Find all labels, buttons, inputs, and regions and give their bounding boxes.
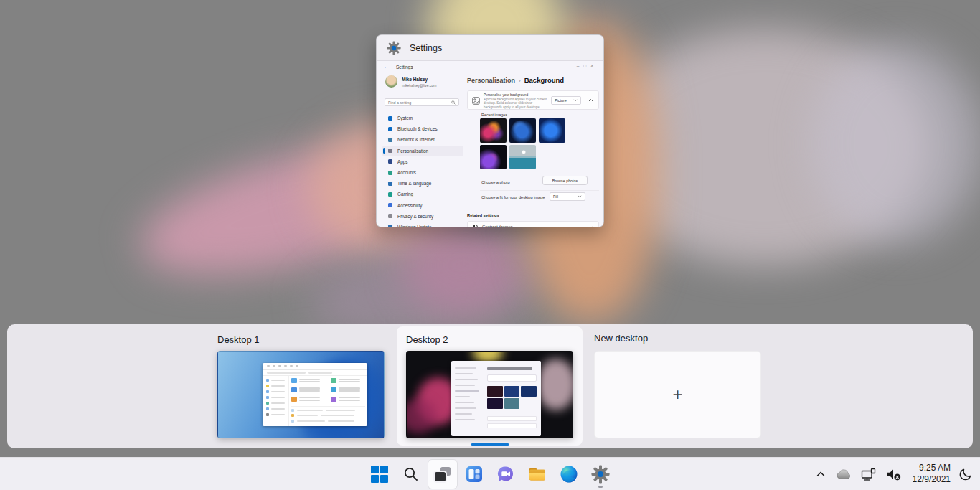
chevron-down-icon: [578, 195, 582, 198]
system-icon: [388, 116, 392, 121]
network-tray-button[interactable]: [859, 466, 878, 483]
explorer-sidebar: [263, 376, 288, 426]
cloud-icon: [836, 468, 852, 480]
card-title: Personalise your background: [484, 93, 550, 97]
widgets-icon: [466, 466, 483, 483]
minimize-icon: –: [577, 63, 584, 68]
nav-item-accessibility: Accessibility: [382, 200, 463, 211]
chat-icon: [496, 465, 515, 484]
search-button[interactable]: [397, 460, 425, 489]
bloom-detail: [406, 399, 437, 433]
network-icon: [388, 138, 392, 142]
nav-item-personalisation: Personalisation: [382, 146, 463, 156]
nav-item-accounts: Accounts: [382, 167, 463, 178]
apps-icon: [388, 159, 392, 164]
edge-icon: [560, 465, 578, 484]
new-desktop-button[interactable]: +: [594, 351, 761, 438]
personalisation-icon: [388, 149, 392, 153]
windows-update-icon: [388, 225, 392, 227]
task-view-button[interactable]: [428, 460, 457, 489]
onedrive-tray-button[interactable]: [834, 467, 853, 481]
bloom-detail: [536, 359, 573, 410]
start-button[interactable]: [365, 460, 394, 489]
nav-item-bluetooth: Bluetooth & devices: [382, 123, 463, 134]
bluetooth-icon: [388, 127, 392, 131]
user-name: Mike Halsey: [402, 77, 428, 82]
contrast-icon: [473, 225, 478, 228]
gaming-icon: [388, 192, 392, 197]
privacy-icon: [388, 214, 392, 218]
recent-image-thumbnail: [539, 118, 565, 143]
settings-window-mini: ← Settings –□× Mike Halsey mikehalsey@li…: [377, 61, 603, 227]
mini-sidebar: [455, 367, 481, 425]
settings-gear-icon: [387, 41, 401, 55]
clock[interactable]: 9:25 AM 12/9/2021: [913, 463, 951, 485]
settings-gear-icon: [591, 465, 610, 484]
back-arrow-icon: ←: [384, 64, 389, 69]
nav-item-system: System: [382, 113, 463, 123]
mini-titlebar-title: Settings: [396, 65, 413, 70]
desktop-2-label: Desktop 2: [406, 334, 448, 345]
folder-icon: [528, 465, 547, 484]
taskbar-center-icons: [365, 460, 615, 489]
tray-time: 9:25 AM: [913, 463, 951, 474]
chat-button[interactable]: [491, 460, 520, 489]
edge-button[interactable]: [555, 460, 583, 489]
tray-date: 12/9/2021: [913, 474, 951, 486]
mini-rows: [487, 416, 537, 430]
window-preview-header: Settings: [377, 35, 603, 61]
window-preview-settings[interactable]: Settings ← Settings –□× Mike Halsey mike…: [376, 34, 604, 227]
page-title: Background: [524, 76, 564, 84]
ethernet-network-icon: [861, 468, 877, 481]
show-hidden-icons-button[interactable]: [814, 467, 828, 481]
settings-button[interactable]: [586, 460, 615, 489]
nav-item-privacy: Privacy & security: [382, 211, 463, 222]
widgets-button[interactable]: [460, 460, 489, 489]
speaker-muted-icon: [886, 468, 902, 481]
desktop-2-thumbnail[interactable]: [406, 351, 573, 438]
chevron-up-icon: [588, 98, 593, 102]
settings-mini-window: [451, 361, 541, 435]
volume-tray-button[interactable]: [885, 466, 903, 483]
window-controls: –□×: [577, 63, 598, 68]
nav-item-gaming: Gaming: [382, 189, 463, 199]
maximize-icon: □: [583, 63, 590, 68]
picture-icon: [472, 97, 480, 105]
background-style-dropdown: Picture: [551, 96, 581, 105]
divider: [480, 190, 599, 191]
recent-images-label: Recent images: [481, 113, 507, 117]
file-explorer-button[interactable]: [523, 460, 552, 489]
recent-image-thumbnail: [480, 118, 507, 143]
accessibility-icon: [388, 203, 392, 207]
chevron-right-icon: ›: [592, 225, 593, 227]
desktop-1-thumbnail[interactable]: [217, 351, 385, 438]
mini-thumbnails: [487, 386, 537, 409]
recent-image-thumbnail: [480, 145, 507, 169]
search-icon: [451, 100, 456, 105]
desktop-screen: Settings ← Settings –□× Mike Halsey mike…: [0, 0, 980, 490]
nav-item-time-language: Time & language: [382, 178, 463, 189]
time-language-icon: [388, 182, 392, 186]
plus-icon: +: [672, 385, 682, 405]
explorer-content: [291, 377, 365, 425]
avatar: [385, 75, 397, 88]
explorer-address-bar: [263, 370, 367, 376]
system-tray: 9:25 AM 12/9/2021: [814, 458, 974, 490]
nav-item-network: Network & internet: [382, 134, 463, 145]
nav-item-apps: Apps: [382, 156, 463, 167]
explorer-toolbar: [263, 363, 367, 371]
chevron-down-icon: [573, 99, 578, 102]
contrast-themes-row: Contrast themes ›: [467, 221, 599, 227]
fit-dropdown: Fill: [550, 192, 585, 201]
focus-assist-button[interactable]: [957, 466, 974, 483]
windows-logo-icon: [371, 466, 388, 483]
mini-card: [487, 374, 537, 382]
task-view-panel: Desktop 1 Desktop 2 New desktop: [7, 324, 973, 448]
accounts-icon: [388, 171, 392, 175]
chevron-up-icon: [815, 468, 826, 480]
taskbar: 9:25 AM 12/9/2021: [0, 457, 980, 490]
mini-heading: [487, 367, 532, 370]
moon-icon: [958, 467, 973, 481]
choose-photo-label: Choose a photo: [481, 180, 510, 184]
file-explorer-mini-window: [263, 363, 367, 427]
